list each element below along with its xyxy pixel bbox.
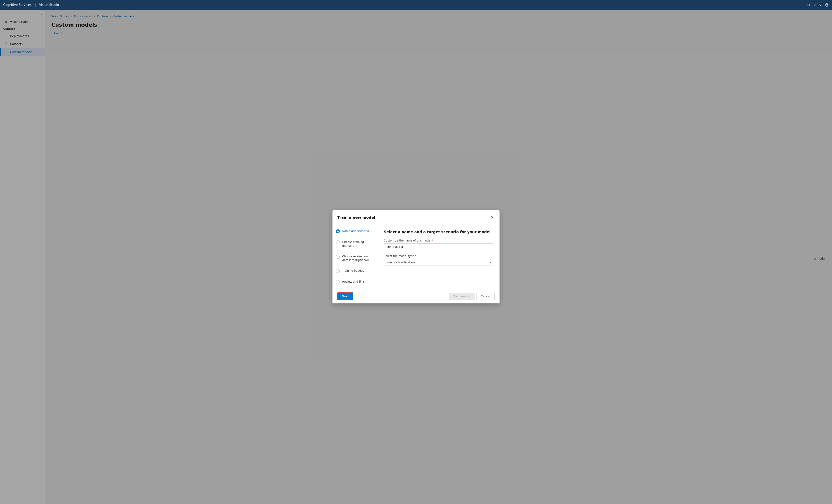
modal-title: Train a new model bbox=[337, 215, 375, 219]
model-type-select[interactable]: Image classification Object detection Pr… bbox=[384, 259, 493, 266]
step-connector-3 bbox=[338, 263, 338, 268]
step-training-datasets: Choose training datasets bbox=[336, 240, 374, 248]
step-1-circle bbox=[336, 229, 340, 233]
footer-left: Next bbox=[337, 292, 353, 300]
step-name-scenario: Name and scenario bbox=[336, 229, 374, 233]
model-name-group: Customize the name of this model* bbox=[384, 239, 493, 250]
step-5-label: Review and finish bbox=[342, 280, 366, 284]
product-name: Vision Studio bbox=[39, 3, 59, 7]
cancel-button[interactable]: Cancel bbox=[476, 293, 495, 300]
model-name-label: Customize the name of this model* bbox=[384, 239, 493, 242]
footer-right: Train model Cancel bbox=[449, 293, 495, 300]
model-type-group: Select the model type* Image classificat… bbox=[384, 254, 493, 266]
next-button[interactable]: Next bbox=[337, 292, 353, 300]
step-evaluation-datasets: Choose evaluation datasets (Optional) bbox=[336, 254, 374, 262]
modal-steps-panel: Name and scenario Choose training datase… bbox=[333, 224, 377, 289]
step-review-finish: Review and finish bbox=[336, 280, 374, 284]
modal-content-panel: Select a name and a target scenario for … bbox=[377, 224, 499, 289]
train-model-modal: Train a new model ✕ Name and scenario Ch… bbox=[333, 210, 499, 303]
modal-content-title: Select a name and a target scenario for … bbox=[384, 230, 493, 234]
top-navigation: Cognitive Services | Vision Studio ⚙ ? ∨… bbox=[0, 0, 832, 10]
settings-icon[interactable]: ⚙ bbox=[807, 3, 810, 7]
step-training-budget: Training budget bbox=[336, 269, 374, 273]
step-5-circle bbox=[336, 280, 340, 284]
step-3-circle bbox=[336, 255, 340, 259]
step-1-label: Name and scenario bbox=[342, 229, 369, 233]
step-2-circle bbox=[336, 240, 340, 244]
modal-body: Name and scenario Choose training datase… bbox=[333, 224, 499, 289]
modal-overlay: Train a new model ✕ Name and scenario Ch… bbox=[0, 10, 832, 504]
modal-close-button[interactable]: ✕ bbox=[490, 214, 495, 220]
train-model-button[interactable]: Train model bbox=[449, 293, 474, 300]
nav-separator: | bbox=[35, 3, 36, 7]
step-4-circle bbox=[336, 269, 340, 273]
step-connector-4 bbox=[338, 273, 338, 279]
type-required-star: * bbox=[415, 254, 416, 258]
step-4-label: Training budget bbox=[342, 269, 364, 273]
step-2-label: Choose training datasets bbox=[342, 240, 374, 248]
chevron-down-icon[interactable]: ∨ bbox=[819, 3, 822, 7]
step-connector-1 bbox=[338, 234, 338, 239]
user-icon[interactable]: ☺ bbox=[825, 3, 829, 7]
model-type-label: Select the model type* bbox=[384, 254, 493, 258]
name-required-star: * bbox=[432, 239, 433, 242]
modal-header: Train a new model ✕ bbox=[333, 210, 499, 224]
app-name: Cognitive Services bbox=[3, 3, 32, 7]
modal-footer: Next Train model Cancel bbox=[333, 289, 499, 303]
model-name-input[interactable] bbox=[384, 243, 493, 250]
step-3-label: Choose evaluation datasets (Optional) bbox=[342, 254, 374, 262]
step-connector-2 bbox=[338, 248, 338, 254]
model-type-select-wrapper: Image classification Object detection Pr… bbox=[384, 259, 493, 266]
help-icon[interactable]: ? bbox=[814, 3, 816, 7]
